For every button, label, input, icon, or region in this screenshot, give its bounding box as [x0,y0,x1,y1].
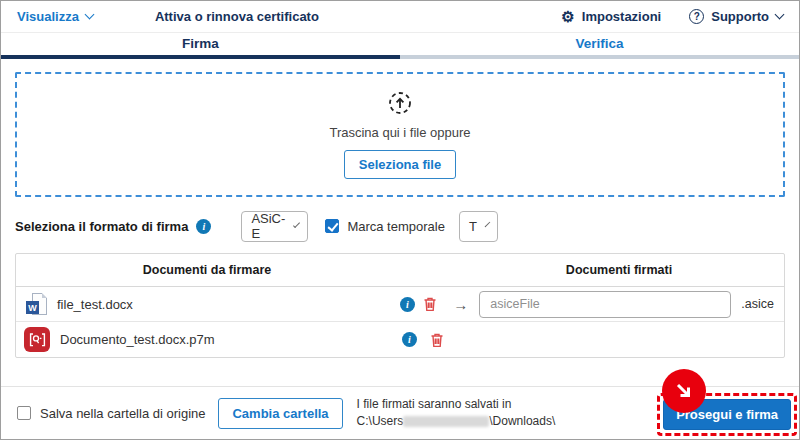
table-header: Documenti da firmare Documenti firmati [16,254,784,287]
filename: Documento_test.docx.p7m [60,332,215,347]
chevron-down-icon [775,10,785,20]
output-filename-input[interactable] [479,291,731,318]
documents-table: Documenti da firmare Documenti firmati W… [15,253,785,358]
signature-format-row: Seleziona il formato di firma i ASiC-E M… [15,210,785,242]
visualizza-menu[interactable]: Visualizza [17,9,93,24]
info-icon[interactable]: i [196,219,211,234]
annotation-arrow-badge [662,369,706,413]
top-menu-bar: Visualizza Attiva o rinnova certificato … [1,1,799,33]
app-window: Visualizza Attiva o rinnova certificato … [0,0,800,440]
word-document-icon: W [30,293,47,315]
select-file-button[interactable]: Seleziona file [344,150,456,179]
timestamp-type-select[interactable]: T [459,211,498,242]
table-row: Documento_test.docx.p7m i [16,322,784,357]
filename: file_test.docx [57,297,133,312]
redacted-username [403,416,489,427]
format-select[interactable]: ASiC-E [241,211,308,242]
file-cell: W file_test.docx [24,293,396,315]
column-header-da-firmare: Documenti da firmare [16,263,398,277]
impostazioni-button[interactable]: ⚙ Impostazioni [561,9,661,24]
save-path-line2: C:\Users\Downloads\ [357,413,556,430]
topbar-right-group: ⚙ Impostazioni ? Supporto [561,9,783,24]
info-icon: i [400,297,415,312]
visualizza-label: Visualizza [17,9,79,24]
timestamp-group: Marca temporale [325,219,445,234]
tab-firma[interactable]: Firma [1,33,400,59]
delete-file-button[interactable] [419,296,442,312]
timestamp-type-value: T [469,219,477,234]
chevron-down-icon [485,221,491,227]
gear-icon: ⚙ [561,9,574,24]
format-label: Seleziona il formato di firma [15,219,188,234]
attiva-certificato-button[interactable]: Attiva o rinnova certificato [155,9,319,24]
save-path-info: I file firmati saranno salvati in C:\Use… [357,396,556,431]
salva-cartella-origine-label: Salva nella cartella di origine [40,406,205,421]
marca-temporale-label: Marca temporale [347,219,445,234]
save-path-line1: I file firmati saranno salvati in [357,396,556,413]
chevron-down-icon [84,10,94,20]
impostazioni-label: Impostazioni [582,9,661,24]
arrow-down-right-icon [673,380,695,402]
marca-temporale-checkbox[interactable] [325,219,339,233]
output-cell: .asice [479,291,774,318]
file-cell: Documento_test.docx.p7m [24,327,396,352]
output-extension: .asice [741,297,774,311]
chevron-down-icon [293,220,300,227]
save-path-suffix: \Downloads\ [489,414,555,428]
info-icon: i [402,332,417,347]
trash-icon [423,296,437,312]
trash-icon [430,332,444,348]
supporto-label: Supporto [711,9,769,24]
salva-cartella-origine-checkbox[interactable] [17,406,31,420]
cambia-cartella-button[interactable]: Cambia cartella [218,398,342,429]
upload-icon [387,90,413,116]
delete-file-button[interactable] [423,332,450,348]
column-header-firmati: Documenti firmati [398,263,784,277]
dropzone-text: Trascina qui i file oppure [329,125,470,140]
file-info-button[interactable]: i [396,332,423,347]
help-icon: ? [689,9,704,24]
save-path-prefix: C:\Users [357,414,404,428]
table-row: W file_test.docx i → .asice [16,287,784,322]
file-dropzone[interactable]: Trascina qui i file oppure Seleziona fil… [15,72,785,197]
arrow-right-icon: → [442,296,479,313]
p7m-signed-document-icon [24,327,50,352]
file-info-button[interactable]: i [396,297,419,312]
format-select-value: ASiC-E [251,211,285,241]
tab-bar: Firma Verifica [1,33,799,59]
supporto-menu[interactable]: ? Supporto [689,9,783,24]
main-content: Trascina qui i file oppure Seleziona fil… [1,59,799,358]
tab-verifica[interactable]: Verifica [400,33,799,59]
